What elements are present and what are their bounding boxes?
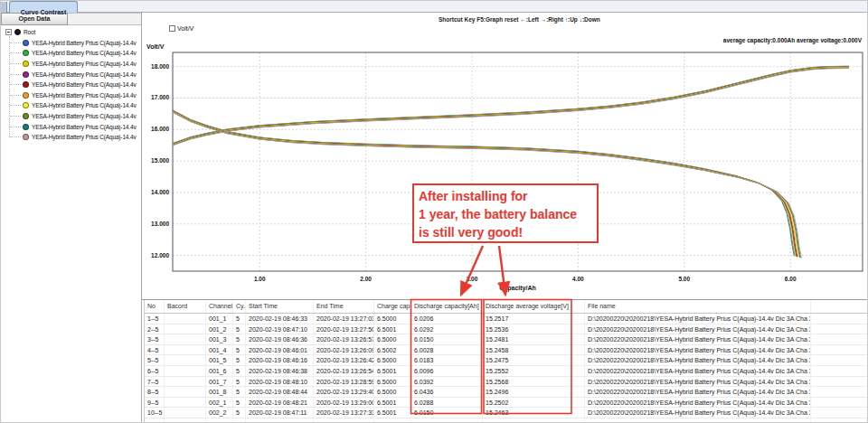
table-row[interactable]: 4--5001_452020-02-19 08:46:012020-02-19 … [145,345,867,356]
tree-item-label: YESA-Hybrid Battery Prius C(Aqua)-14.4v [32,50,137,56]
table-cell [811,314,867,324]
tree-item-battery[interactable]: YESA-Hybrid Battery Prius C(Aqua)-14.4v [1,100,141,111]
table-cell: 2020-02-19 13:29:00 [314,398,374,408]
column-header[interactable]: No [145,300,165,313]
table-cell: 4--5 [145,345,165,355]
charge-curve [173,69,849,146]
table-row[interactable]: 7--5001_752020-02-19 08:48:102020-02-19 … [145,377,867,388]
column-header[interactable]: Channel [206,300,233,313]
table-cell: 2020-02-19 08:47:10 [246,324,314,334]
table-row[interactable]: 1--5001_152020-02-19 08:46:332020-02-19 … [145,314,867,324]
tree-item-battery[interactable]: YESA-Hybrid Battery Prius C(Aqua)-14.4v [1,69,141,80]
charge-curve [173,66,849,143]
charge-curve [173,67,849,144]
table-cell: 2020-02-19 08:48:44 [246,387,314,397]
column-header[interactable]: Bacord [165,300,206,313]
table-cell [165,355,206,365]
tree-branch-line [10,84,21,85]
table-cell: 5 [233,324,246,334]
series-color-dot-icon [23,71,29,78]
table-cell: 10--5 [145,408,165,418]
y-tick-label: 13.000 [151,221,169,227]
tree-branch-line [10,105,21,106]
table-cell: 3--5 [145,334,165,344]
annotation-text: After installing for 1 year, the battery… [419,189,577,240]
table-row[interactable]: 5--5001_552020-02-19 08:46:162020-02-19 … [145,355,867,366]
tree-item-battery[interactable]: YESA-Hybrid Battery Prius C(Aqua)-14.4v [1,80,141,90]
table-cell: 15.2496 [483,387,585,397]
table-cell: 001_5 [206,355,233,365]
table-cell: 2020-02-19 08:48:21 [246,398,314,408]
column-header[interactable]: Discharge average voltage[V] [483,300,585,313]
background-tab-fragment[interactable] [1,2,7,13]
results-table-panel: NoBacordChannelCy...Start TimeEnd TimeCh… [142,299,867,423]
tab-bar: Curve Contrast [1,1,867,13]
series-color-dot-icon [23,134,29,140]
tree-branch-line [10,63,21,64]
root-dot-icon [14,29,21,35]
table-cell: 6.0150 [411,408,483,418]
tree-item-battery[interactable]: YESA-Hybrid Battery Prius C(Aqua)-14.4v [1,38,141,49]
table-cell [165,408,206,418]
x-tick-label: 6.00 [785,276,797,282]
table-cell: 6.5001 [374,398,411,408]
table-cell: 15.2502 [483,398,585,408]
tree-item-battery[interactable]: YESA-Hybrid Battery Prius C(Aqua)-14.4v [1,132,141,143]
table-cell: 2020-02-19 13:27:50 [314,324,374,334]
table-cell: 6.0392 [411,377,483,387]
table-cell: 15.2552 [483,366,585,376]
column-header[interactable]: Start Time [246,300,314,313]
table-row[interactable]: 9--5002_152020-02-19 08:48:212020-02-19 … [145,398,867,409]
column-header[interactable]: Charge cap... [374,300,411,313]
column-header[interactable]: File name [585,300,811,313]
column-header[interactable]: Discharge capacity[Ah] [411,300,483,313]
table-cell: 5 [233,408,246,418]
table-row[interactable]: 10--5002_252020-02-19 08:47:112020-02-19… [145,408,867,418]
y-tick-label: 14.000 [151,189,169,195]
tree-item-battery[interactable]: YESA-Hybrid Battery Prius C(Aqua)-14.4v [1,48,141,59]
table-cell: D:\20200220\20200218\YESA-Hybrid Battery… [585,324,811,334]
column-header[interactable] [811,300,867,313]
column-header[interactable]: Cy... [233,300,246,313]
table-row[interactable]: 3--5001_352020-02-19 08:46:362020-02-19 … [145,334,867,345]
table-cell: 5--5 [145,355,165,365]
table-cell [165,377,206,387]
tree-item-label: YESA-Hybrid Battery Prius C(Aqua)-14.4v [32,134,137,140]
table-cell: 15.2536 [483,324,585,334]
tree-root[interactable]: Root [1,27,141,38]
table-cell: 001_3 [206,334,233,344]
collapse-icon[interactable] [5,29,12,35]
table-row[interactable]: 6--5001_652020-02-19 08:46:382020-02-19 … [145,366,867,377]
table-row[interactable] [145,418,867,423]
voltage-capacity-plot[interactable]: 12.00013.00014.00015.00016.00017.00018.0… [142,13,868,299]
table-row[interactable]: 2--5001_252020-02-19 08:47:102020-02-19 … [145,324,867,335]
x-tick-label: 2.00 [360,276,372,282]
table-cell: 001_6 [206,366,233,376]
tree-item-battery[interactable]: YESA-Hybrid Battery Prius C(Aqua)-14.4v [1,59,141,70]
table-cell [811,418,867,423]
tree-branch-line [10,74,21,75]
table-cell: D:\20200220\20200218\YESA-Hybrid Battery… [585,377,811,387]
table-cell [411,418,483,423]
table-row[interactable]: 8--5001_852020-02-19 08:48:442020-02-19 … [145,387,867,398]
tree-item-battery[interactable]: YESA-Hybrid Battery Prius C(Aqua)-14.4v [1,121,141,132]
sidebar-header-filler [68,13,141,25]
tree-item-battery[interactable]: YESA-Hybrid Battery Prius C(Aqua)-14.4v [1,111,141,122]
tab-curve-contrast[interactable]: Curve Contrast [9,1,78,13]
charge-curve [173,68,849,145]
charge-curve [173,67,849,144]
charge-curve [173,67,849,144]
table-cell: 6.5001 [374,366,411,376]
x-axis-title: Capacity/Ah [499,285,535,292]
table-cell: 5 [233,334,246,344]
table-cell: 002_1 [206,398,233,408]
table-cell: 2020-02-19 08:46:01 [246,345,314,355]
tree-item-battery[interactable]: YESA-Hybrid Battery Prius C(Aqua)-14.4v [1,90,141,101]
table-cell: 6.0096 [411,366,483,376]
table-cell [811,408,867,418]
sidebar: Open Data Root YESA-Hybrid Battery Prius… [1,13,142,423]
chart-panel[interactable]: Shortcut Key F5:Graph reset ←:Left →:Rig… [142,13,867,299]
y-tick-label: 16.000 [151,126,169,132]
column-header[interactable]: End Time [314,300,374,313]
series-color-dot-icon [23,124,29,130]
